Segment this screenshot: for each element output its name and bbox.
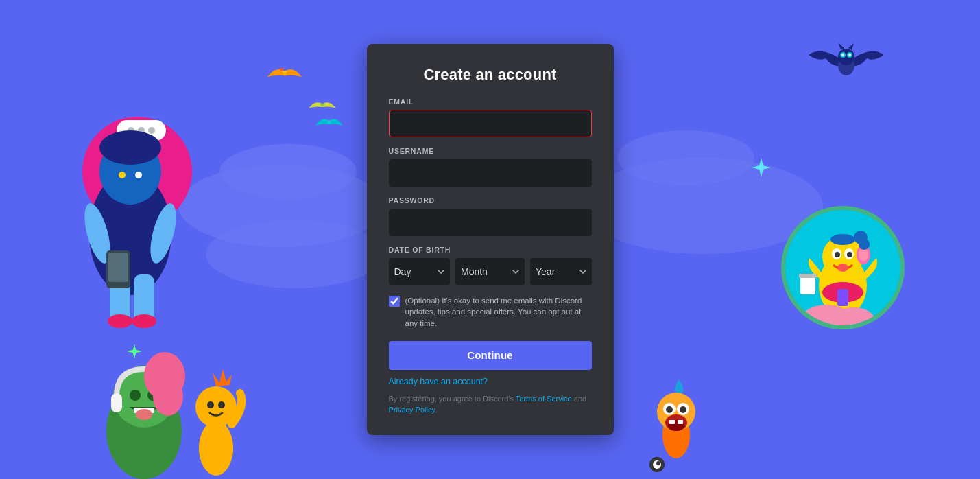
month-select[interactable]: Month JanuaryFebruaryMarch AprilMayJune … [455,258,525,285]
day-select[interactable]: Day 123 456 789 101112 131415 161718 192… [389,258,451,285]
email-input[interactable] [389,110,592,137]
newsletter-label: (Optional) It's okay to send me emails w… [405,295,592,328]
password-input[interactable] [389,209,592,236]
username-label: USERNAME [389,147,592,155]
username-input[interactable] [389,159,592,187]
dob-row: Day 123 456 789 101112 131415 161718 192… [389,258,592,285]
password-group: PASSWORD [389,196,592,236]
terms-and: and [572,395,586,403]
terms-prefix: By registering, you agree to Discord's [389,395,516,403]
newsletter-checkbox[interactable] [389,296,400,307]
terms-of-service-link[interactable]: Terms of Service [516,395,572,403]
modal-overlay: Create an account EMAIL USERNAME PASSWOR… [0,0,980,479]
privacy-policy-link[interactable]: Privacy Policy [389,406,435,414]
password-label: PASSWORD [389,196,592,205]
already-have-account-link[interactable]: Already have an account? [389,377,592,386]
terms-suffix: . [435,406,437,414]
dob-group: DATE OF BIRTH Day 123 456 789 101112 131… [389,246,592,285]
modal-title: Create an account [389,66,592,84]
continue-button[interactable]: Continue [389,341,592,370]
dob-label: DATE OF BIRTH [389,246,592,254]
email-label: EMAIL [389,97,592,106]
username-group: USERNAME [389,147,592,187]
email-group: EMAIL [389,97,592,137]
create-account-modal: Create an account EMAIL USERNAME PASSWOR… [367,44,614,434]
newsletter-checkbox-row: (Optional) It's okay to send me emails w… [389,295,592,328]
terms-text: By registering, you agree to Discord's T… [389,393,592,416]
year-select[interactable]: Year 202420232022 202120202019 201820102… [530,258,592,285]
